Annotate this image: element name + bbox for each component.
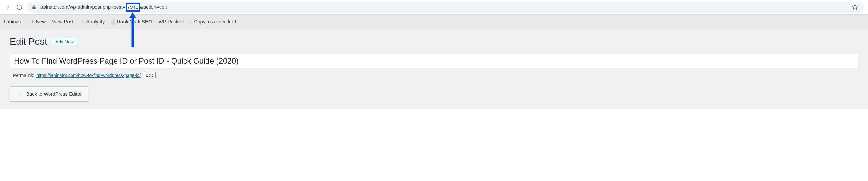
rank-math-button[interactable]: ▟ Rank Math SEO — [108, 15, 155, 29]
wp-admin-toolbar: Labinator + New View Post ◔ Analytify ▟ … — [0, 14, 868, 29]
copy-draft-label: Copy to a new draft — [194, 19, 236, 24]
analytify-label: Analytify — [86, 19, 105, 24]
view-post-button[interactable]: View Post — [49, 15, 77, 29]
copy-icon: ⎘ — [189, 19, 192, 24]
address-bar[interactable]: labinator.com/wp-admin/post.php?post=794… — [27, 2, 864, 12]
url-suffix: &action=edit — [140, 4, 167, 10]
url-text: labinator.com/wp-admin/post.php?post=794… — [39, 3, 167, 12]
edit-permalink-button[interactable]: Edit — [143, 72, 156, 78]
permalink-link[interactable]: https://labinator.com/how-to-find-wordpr… — [36, 73, 141, 78]
reload-icon[interactable] — [16, 3, 23, 11]
content-area: Edit Post Add New Permalink: https://lab… — [0, 29, 868, 109]
url-prefix: labinator.com/wp-admin/post.php?post= — [39, 4, 126, 10]
permalink-row: Permalink: https://labinator.com/how-to-… — [10, 72, 858, 78]
post-title-input[interactable] — [10, 53, 858, 69]
url-highlight: 7941 — [126, 3, 140, 12]
bookmark-star-icon[interactable] — [852, 4, 860, 10]
browser-bar: labinator.com/wp-admin/post.php?post=794… — [0, 0, 868, 14]
wp-rocket-button[interactable]: WP Rocket — [155, 15, 186, 29]
lock-icon — [32, 5, 36, 9]
back-to-editor-button[interactable]: ← Back to WordPress Editor — [10, 86, 89, 102]
rank-math-icon: ▟ — [111, 19, 115, 25]
forward-icon[interactable] — [4, 3, 12, 11]
copy-draft-button[interactable]: ⎘ Copy to a new draft — [186, 15, 239, 29]
page-title: Edit Post — [10, 36, 47, 47]
page-header: Edit Post Add New — [10, 36, 858, 47]
analytify-button[interactable]: ◔ Analytify — [77, 15, 108, 29]
permalink-label: Permalink: — [13, 73, 34, 78]
add-new-button[interactable]: Add New — [52, 37, 78, 46]
back-label: Back to WordPress Editor — [26, 91, 82, 97]
new-button[interactable]: + New — [28, 15, 49, 29]
view-post-label: View Post — [52, 19, 73, 24]
analytify-icon: ◔ — [80, 19, 85, 25]
site-name[interactable]: Labinator — [4, 15, 28, 29]
new-label: New — [36, 19, 45, 24]
arrow-left-icon: ← — [17, 90, 23, 97]
rank-math-label: Rank Math SEO — [117, 19, 152, 24]
svg-marker-2 — [852, 4, 858, 10]
plus-icon: + — [31, 18, 34, 25]
wp-rocket-label: WP Rocket — [159, 19, 183, 24]
